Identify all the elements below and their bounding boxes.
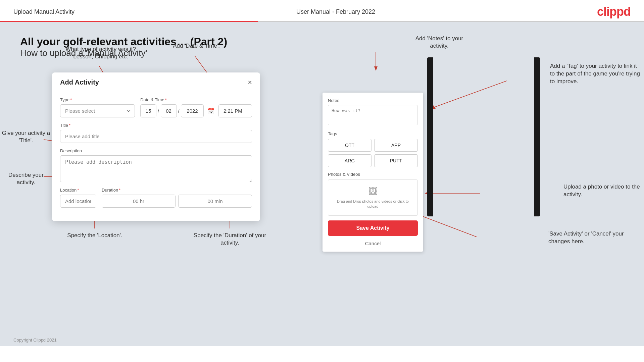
datetime-label: Date & Time* bbox=[140, 97, 252, 102]
form-row-type-date: Type* Please select Date & Time* / / bbox=[60, 97, 252, 117]
annotation-activity-type: What type of activity was it? Lesson, Ch… bbox=[62, 46, 139, 60]
annotation-title: Give your activity a 'Title'. bbox=[0, 130, 52, 144]
calendar-icon[interactable]: 📅 bbox=[207, 107, 214, 115]
dialog-header: Add Activity × bbox=[52, 72, 260, 91]
form-group-duration: Duration* bbox=[102, 188, 252, 208]
tags-grid: OTT APP ARG PUTT bbox=[328, 139, 418, 167]
phone-left-bar bbox=[427, 57, 433, 216]
annotation-location: Specify the 'Location'. bbox=[59, 232, 131, 239]
logo: clippd bbox=[597, 5, 631, 19]
form-group-location: Location* bbox=[60, 188, 96, 208]
time-input[interactable] bbox=[218, 104, 252, 117]
duration-min-input[interactable] bbox=[178, 195, 252, 208]
svg-marker-14 bbox=[374, 66, 378, 71]
form-group-datetime: Date & Time* / / 📅 bbox=[140, 97, 252, 117]
form-group-title: Title* bbox=[60, 123, 252, 143]
annotation-notes: Add 'Notes' to your activity. bbox=[406, 35, 473, 50]
tag-putt[interactable]: PUTT bbox=[374, 154, 418, 167]
type-label: Type* bbox=[60, 97, 135, 102]
duration-row bbox=[102, 195, 252, 208]
location-label: Location* bbox=[60, 188, 96, 193]
page-title: Upload Manual Activity bbox=[13, 8, 75, 15]
description-textarea[interactable] bbox=[60, 155, 252, 182]
photos-upload-box[interactable]: 🖼 Drag and Drop photos and videos or cli… bbox=[328, 179, 418, 216]
description-label: Description bbox=[60, 148, 252, 153]
date-month-input[interactable] bbox=[161, 104, 177, 117]
annotation-datetime: Add 'Date & Time'. bbox=[164, 42, 228, 50]
duration-label: Duration* bbox=[102, 188, 252, 193]
annotation-describe: Describe your activity. bbox=[0, 171, 52, 186]
form-group-type: Type* Please select bbox=[60, 97, 135, 117]
photos-upload-text: Drag and Drop photos and videos or click… bbox=[332, 199, 414, 209]
cancel-link[interactable]: Cancel bbox=[328, 239, 418, 248]
dialog-title: Add Activity bbox=[60, 79, 99, 86]
phone-container: Notes Tags OTT APP ARG PUTT Photos & Vid… bbox=[433, 57, 534, 216]
close-button[interactable]: × bbox=[248, 79, 252, 86]
upload-icon: 🖼 bbox=[332, 186, 414, 197]
type-select[interactable]: Please select bbox=[60, 104, 135, 117]
duration-hr-input[interactable] bbox=[102, 195, 176, 208]
manual-title: User Manual - February 2022 bbox=[296, 8, 375, 15]
photos-label: Photos & Videos bbox=[328, 172, 418, 177]
tag-ott[interactable]: OTT bbox=[328, 139, 371, 152]
phone-right-bar bbox=[534, 57, 540, 216]
notes-label: Notes bbox=[328, 98, 418, 103]
phone-panel: Notes Tags OTT APP ARG PUTT Photos & Vid… bbox=[323, 93, 423, 252]
notes-textarea[interactable] bbox=[328, 105, 418, 125]
tag-app[interactable]: APP bbox=[374, 139, 418, 152]
footer: Copyright Clippd 2021 bbox=[0, 334, 644, 346]
title-label: Title* bbox=[60, 123, 252, 128]
date-year-input[interactable] bbox=[181, 104, 204, 117]
tags-label: Tags bbox=[328, 131, 418, 136]
form-row-location-duration: Location* Duration* bbox=[60, 188, 252, 208]
add-activity-dialog: Add Activity × Type* Please select Date … bbox=[52, 72, 260, 221]
tag-arg[interactable]: ARG bbox=[328, 154, 371, 167]
date-row: / / 📅 bbox=[140, 104, 252, 117]
annotation-upload: Upload a photo or video to the activity. bbox=[563, 183, 641, 199]
date-day-input[interactable] bbox=[140, 104, 156, 117]
annotation-save: 'Save Activity' or 'Cancel' your changes… bbox=[548, 230, 641, 246]
copyright: Copyright Clippd 2021 bbox=[13, 338, 57, 343]
annotation-duration: Specify the 'Duration' of your activity. bbox=[188, 232, 272, 247]
title-input[interactable] bbox=[60, 130, 252, 143]
form-group-description: Description bbox=[60, 148, 252, 182]
phone-wrapper: Notes Tags OTT APP ARG PUTT Photos & Vid… bbox=[433, 57, 534, 216]
dialog-body: Type* Please select Date & Time* / / bbox=[52, 91, 260, 221]
phone-body: Notes Tags OTT APP ARG PUTT Photos & Vid… bbox=[323, 93, 423, 252]
annotation-tag: Add a 'Tag' to your activity to link it … bbox=[550, 62, 641, 86]
save-activity-button[interactable]: Save Activity bbox=[328, 220, 418, 236]
top-bar: Upload Manual Activity User Manual - Feb… bbox=[0, 0, 644, 22]
location-input[interactable] bbox=[60, 195, 96, 208]
main-content: All your golf-relevant activities… (Part… bbox=[0, 22, 644, 334]
